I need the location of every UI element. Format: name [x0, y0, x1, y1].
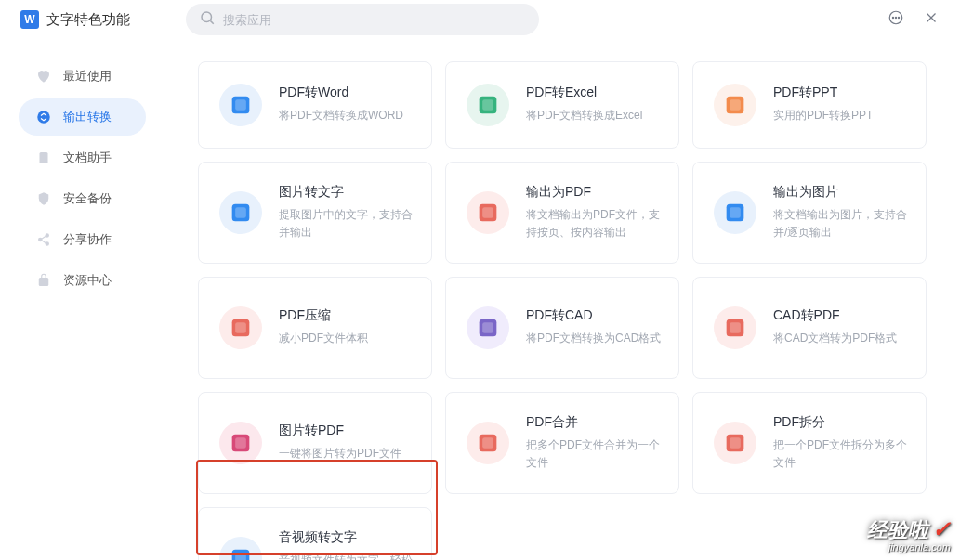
chat-icon[interactable]	[888, 9, 904, 30]
feature-title: 输出为PDF	[526, 184, 662, 201]
share-icon	[35, 231, 52, 248]
feature-icon	[219, 537, 262, 560]
sidebar-item-helper[interactable]: 文档助手	[19, 139, 146, 176]
feature-title: 输出为图片	[773, 184, 909, 201]
svg-rect-35	[482, 437, 493, 449]
feature-card[interactable]: 图片转文字 提取图片中的文字，支持合并输出	[198, 162, 432, 264]
svg-rect-27	[235, 322, 246, 333]
feature-card[interactable]: 音视频转文字 音视频文件转为文字，轻松处理会议录音	[198, 507, 432, 560]
svg-rect-33	[235, 437, 246, 449]
svg-rect-25	[730, 207, 741, 218]
svg-rect-23	[482, 207, 493, 218]
feature-desc: 提取图片中的文字，支持合并输出	[279, 206, 414, 241]
sidebar-item-label: 资源中心	[63, 272, 112, 289]
svg-line-1	[210, 20, 213, 23]
sidebar-item-label: 分享协作	[63, 231, 112, 248]
doc-helper-icon	[35, 150, 52, 166]
feature-desc: 音视频文件转为文字，轻松处理会议录音	[279, 552, 414, 560]
sidebar-item-label: 文档助手	[63, 150, 112, 166]
feature-title: PDF转PPT	[773, 85, 909, 101]
feature-icon	[714, 306, 756, 349]
heart-icon	[35, 68, 52, 85]
feature-desc: 把一个PDF文件拆分为多个文件	[773, 436, 909, 472]
sidebar-item-recent[interactable]: 最近使用	[19, 58, 146, 95]
search-icon	[199, 9, 216, 30]
feature-icon	[219, 422, 262, 464]
feature-desc: 将PDF文档转换成Excel	[526, 107, 662, 124]
svg-rect-29	[482, 322, 493, 333]
feature-icon	[219, 306, 262, 349]
svg-rect-21	[235, 207, 246, 218]
svg-rect-39	[235, 553, 246, 560]
header: W 文字特色功能	[0, 0, 960, 39]
svg-rect-9	[40, 152, 48, 163]
feature-title: 音视频转文字	[279, 529, 414, 546]
watermark: 经验啦✓ jingyanla.com	[867, 516, 951, 553]
feature-title: PDF合并	[526, 414, 662, 431]
feature-icon	[714, 84, 756, 126]
feature-card[interactable]: PDF转Excel 将PDF文档转换成Excel	[445, 61, 679, 149]
sidebar-item-label: 最近使用	[63, 68, 112, 85]
sidebar-item-share[interactable]: 分享协作	[19, 221, 146, 258]
app-logo-icon: W	[20, 10, 39, 29]
sidebar-item-resources[interactable]: 资源中心	[19, 262, 146, 299]
feature-icon	[467, 306, 509, 349]
feature-desc: 减小PDF文件体积	[279, 330, 414, 347]
svg-point-0	[202, 12, 212, 22]
feature-icon	[219, 84, 262, 126]
svg-rect-19	[730, 99, 741, 111]
feature-icon	[467, 84, 509, 126]
feature-title: PDF压缩	[279, 307, 414, 324]
svg-rect-13	[39, 278, 49, 286]
app-title: 文字特色功能	[46, 11, 130, 29]
feature-title: PDF转Word	[279, 85, 414, 101]
feature-icon	[714, 422, 756, 464]
feature-icon	[467, 191, 509, 234]
search-input[interactable]	[223, 13, 526, 27]
feature-desc: 把多个PDF文件合并为一个文件	[526, 436, 662, 472]
feature-icon	[219, 191, 262, 234]
svg-rect-15	[235, 99, 246, 111]
feature-card[interactable]: PDF合并 把多个PDF文件合并为一个文件	[445, 392, 679, 494]
feature-title: 图片转PDF	[279, 423, 414, 439]
feature-title: PDF拆分	[773, 414, 909, 431]
svg-point-3	[892, 17, 893, 18]
feature-desc: 将文档输出为图片，支持合并/逐页输出	[773, 206, 909, 241]
svg-rect-37	[730, 437, 741, 449]
feature-card[interactable]: 图片转PDF 一键将图片转为PDF文件	[198, 392, 432, 494]
svg-point-12	[46, 241, 50, 246]
feature-title: PDF转Excel	[526, 85, 662, 101]
feature-title: CAD转PDF	[773, 307, 909, 324]
convert-icon	[35, 109, 52, 125]
card-grid: PDF转Word 将PDF文档转换成WORD PDF转Excel 将PDF文档转…	[164, 39, 960, 560]
feature-card[interactable]: 输出为图片 将文档输出为图片，支持合并/逐页输出	[692, 162, 927, 264]
feature-desc: 将PDF文档转换成WORD	[279, 107, 414, 124]
feature-icon	[714, 191, 756, 234]
feature-card[interactable]: CAD转PDF 将CAD文档转为PDF格式	[692, 277, 927, 379]
feature-card[interactable]: PDF拆分 把一个PDF文件拆分为多个文件	[692, 392, 927, 494]
sidebar-item-label: 安全备份	[63, 190, 112, 207]
sidebar-item-security[interactable]: 安全备份	[19, 180, 146, 217]
feature-card[interactable]: PDF转Word 将PDF文档转换成WORD	[198, 61, 432, 149]
feature-card[interactable]: PDF转PPT 实用的PDF转换PPT	[692, 61, 927, 149]
svg-point-10	[46, 233, 50, 238]
feature-card[interactable]: 输出为PDF 将文档输出为PDF文件，支持按页、按内容输出	[445, 162, 679, 264]
close-icon[interactable]	[923, 9, 940, 30]
search-box[interactable]	[186, 4, 539, 35]
feature-desc: 实用的PDF转换PPT	[773, 107, 909, 124]
sidebar-item-label: 输出转换	[63, 109, 112, 125]
feature-desc: 一键将图片转为PDF文件	[279, 445, 414, 462]
sidebar: 最近使用 输出转换 文档助手 安全备份 分享协作 资源中心	[0, 39, 164, 560]
svg-point-4	[895, 17, 896, 18]
svg-point-5	[898, 17, 899, 18]
sidebar-item-convert[interactable]: 输出转换	[19, 98, 146, 136]
feature-card[interactable]: PDF压缩 减小PDF文件体积	[198, 277, 432, 379]
feature-desc: 将CAD文档转为PDF格式	[773, 330, 909, 347]
svg-point-8	[37, 111, 50, 124]
svg-point-11	[38, 238, 43, 242]
feature-card[interactable]: PDF转CAD 将PDF文档转换为CAD格式	[445, 277, 679, 379]
feature-desc: 将文档输出为PDF文件，支持按页、按内容输出	[526, 206, 662, 241]
feature-title: 图片转文字	[279, 184, 414, 201]
feature-icon	[467, 422, 509, 464]
svg-rect-17	[482, 99, 493, 111]
